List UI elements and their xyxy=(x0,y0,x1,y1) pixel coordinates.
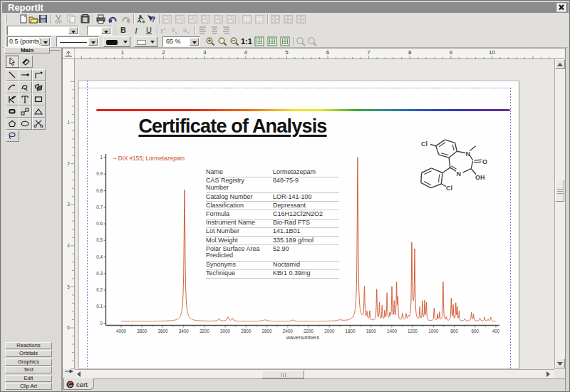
svg-text:2000: 2000 xyxy=(324,329,335,334)
svg-text:0.1: 0.1 xyxy=(96,304,103,309)
svg-text:0.2: 0.2 xyxy=(96,287,103,292)
svg-text:0: 0 xyxy=(100,321,103,326)
svg-text:0.4: 0.4 xyxy=(96,254,103,259)
svg-text:N: N xyxy=(466,150,471,158)
svg-text:400: 400 xyxy=(492,329,500,334)
svg-text:3000: 3000 xyxy=(220,329,231,334)
svg-text:0.5: 0.5 xyxy=(96,237,103,242)
svg-text:1600: 1600 xyxy=(366,329,377,334)
svg-text:2200: 2200 xyxy=(304,329,314,334)
svg-text:1800: 1800 xyxy=(345,329,356,334)
svg-text:3800: 3800 xyxy=(137,329,147,334)
svg-text:4000: 4000 xyxy=(116,329,127,334)
svg-text:0.3: 0.3 xyxy=(96,271,103,276)
svg-text:Cl: Cl xyxy=(446,185,452,192)
svg-text:– DIX #155; Lormetazepam: – DIX #155; Lormetazepam xyxy=(113,155,185,162)
svg-text:1000: 1000 xyxy=(428,329,439,334)
svg-text:Cl: Cl xyxy=(421,140,428,148)
svg-text:2600: 2600 xyxy=(262,329,273,334)
svg-text:O: O xyxy=(482,158,487,165)
svg-text:800: 800 xyxy=(450,329,458,334)
svg-text:N: N xyxy=(457,170,462,177)
svg-text:OH: OH xyxy=(475,174,485,181)
svg-text:0.6: 0.6 xyxy=(96,221,103,226)
svg-text:600: 600 xyxy=(472,329,480,334)
svg-text:0.7: 0.7 xyxy=(96,205,103,210)
svg-text:1400: 1400 xyxy=(387,329,398,334)
svg-text:0.8: 0.8 xyxy=(96,188,103,193)
svg-text:2800: 2800 xyxy=(241,329,252,334)
svg-text:3600: 3600 xyxy=(157,329,168,334)
svg-text:wavenumbers: wavenumbers xyxy=(286,334,320,341)
svg-text:2400: 2400 xyxy=(283,329,294,334)
svg-text:0.9: 0.9 xyxy=(96,171,103,176)
svg-text:1200: 1200 xyxy=(408,329,418,334)
svg-text:3200: 3200 xyxy=(200,329,210,334)
svg-text:1: 1 xyxy=(100,155,103,160)
svg-text:3400: 3400 xyxy=(179,329,190,334)
